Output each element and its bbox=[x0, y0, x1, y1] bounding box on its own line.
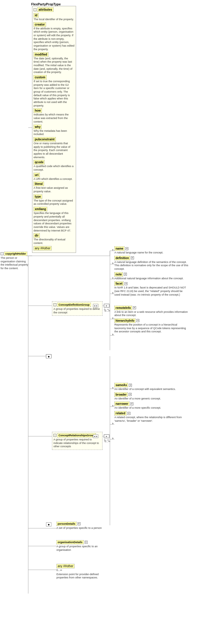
connector-def-left: ◄► bbox=[93, 304, 98, 307]
any-other-bottom-box: any ##other 0...∞ Extension point for pr… bbox=[56, 564, 107, 580]
svg-marker-29 bbox=[112, 317, 114, 319]
attr-how-desc: Indicates by which means the value was e… bbox=[34, 113, 75, 123]
right-remoteinfo-desc: A link to an item or a web resource whic… bbox=[114, 310, 189, 317]
right-narrower-expand[interactable]: + bbox=[130, 402, 133, 405]
attr-literal-label: literal bbox=[34, 182, 44, 186]
diamond-connector-2: ◆ bbox=[46, 522, 51, 526]
attributes-header: - attributes bbox=[34, 7, 75, 12]
org-details-expand[interactable]: + bbox=[85, 541, 88, 544]
attr-modified-desc: The date (and, optionally, the time) whe… bbox=[34, 57, 75, 74]
right-narrower-item: narrower + An identifier of a more speci… bbox=[114, 402, 189, 410]
concept-def-label: ConceptDefinitionGroup bbox=[57, 303, 91, 307]
attributes-box: - attributes id The local identifier of … bbox=[32, 6, 76, 253]
right-definition-item: definition + A natural language definiti… bbox=[114, 256, 189, 271]
right-broader-item: broader + An identifier of a more generi… bbox=[114, 392, 189, 401]
right-broader-expand[interactable]: + bbox=[129, 393, 132, 396]
attr-creator: creator If the attribute is empty, speci… bbox=[34, 22, 75, 51]
attr-custom-label: custom bbox=[34, 75, 47, 80]
right-remoteinfo-expand[interactable]: + bbox=[133, 306, 136, 309]
right-definition-label: definition bbox=[114, 256, 130, 260]
right-sameas-expand[interactable]: + bbox=[129, 384, 132, 387]
attr-dir: dir The directionality of textual conten… bbox=[34, 233, 75, 245]
copyright-holder-label: copyrightHolder bbox=[4, 252, 27, 256]
right-related-label: related bbox=[114, 411, 127, 415]
right-facet-label: facet bbox=[114, 281, 124, 286]
attr-why: why Why the metadata has been included. bbox=[34, 125, 75, 136]
concept-rel-label: ConceptRelationshipsGroup bbox=[57, 433, 96, 437]
right-definition-desc: A natural language definition of the sem… bbox=[114, 261, 189, 271]
right-remoteinfo-item: remoteInfo + A link to an item or a web … bbox=[114, 306, 189, 317]
svg-marker-27 bbox=[112, 277, 114, 279]
attr-uri: uri A URI which identifies a concept. bbox=[34, 173, 75, 181]
attr-how-label: how bbox=[34, 108, 42, 113]
attr-why-desc: Why the metadata has been included. bbox=[34, 129, 75, 136]
right-sameas-item: sameAs + An identifier of a concept with… bbox=[114, 383, 189, 391]
right-sameas-label: sameAs bbox=[114, 383, 128, 387]
copyright-holder-desc: The person or organisation claiming the … bbox=[1, 256, 29, 270]
person-details-box: personDetails + A set of properties spec… bbox=[56, 522, 107, 530]
attr-id-label: id bbox=[34, 13, 39, 18]
right-related-expand[interactable]: + bbox=[127, 412, 130, 415]
attr-pubconstraint-desc: One or many constraints that apply to pu… bbox=[34, 142, 75, 159]
any-other-bottom-range: 0...∞ bbox=[56, 569, 107, 572]
attr-qcode-desc: A qualified code which identifies a conc… bbox=[34, 165, 75, 172]
right-name-expand[interactable]: + bbox=[125, 247, 128, 250]
svg-marker-32 bbox=[112, 405, 114, 407]
attr-id: id The local identifier of the property. bbox=[34, 13, 75, 21]
org-details-label: organisationDetails bbox=[56, 540, 84, 544]
right-hierarchyinfo-desc: Represents the position of a concept in … bbox=[114, 323, 189, 334]
connector-rel-right: ► bbox=[104, 434, 109, 438]
right-hierarchyinfo-expand[interactable]: + bbox=[136, 319, 139, 322]
concept-def-expand[interactable]: - bbox=[53, 303, 56, 306]
diagram-container: ► ◄► 0...∞ ► ◄► 0...∞ ◄► FlexPartyPropTy… bbox=[0, 0, 202, 644]
attr-custom-desc: If set to true the corresponding propert… bbox=[34, 80, 75, 108]
attr-qcode: qcode A qualified code which identifies … bbox=[34, 160, 75, 172]
attr-any-other-label: any ##other bbox=[34, 246, 52, 250]
range-def: 0...∞ bbox=[104, 308, 109, 311]
person-details-desc: A set of properties specific to a person bbox=[56, 526, 107, 530]
attr-id-desc: The local identifier of the property. bbox=[34, 18, 75, 21]
right-broader-desc: An identifier of a more generic concept. bbox=[114, 397, 189, 401]
copyright-expand-icon[interactable]: - bbox=[1, 252, 4, 255]
attr-uri-label: uri bbox=[34, 173, 40, 177]
attr-xmllang: xmllang Specifies the language of this p… bbox=[34, 207, 75, 232]
right-remoteinfo-label: remoteInfo bbox=[114, 306, 132, 310]
attr-how: how Indicates by which means the value w… bbox=[34, 108, 75, 123]
org-details-desc: A group of properties specific to an org… bbox=[56, 545, 107, 552]
right-name-label: name bbox=[114, 246, 124, 251]
right-facet-item: facet + In NAR 1.8 and later, facet is d… bbox=[114, 281, 189, 296]
right-facet-expand[interactable]: + bbox=[124, 282, 127, 285]
right-note-label: note bbox=[114, 272, 123, 277]
right-narrower-desc: An identifier of a more specific concept… bbox=[114, 406, 189, 410]
attr-literal-desc: A free-text value assigned as property v… bbox=[34, 186, 75, 193]
diagram-title: FlexPartyPropType bbox=[31, 2, 61, 6]
right-note-desc: Additional natural language information … bbox=[114, 277, 189, 280]
attributes-label: attributes bbox=[37, 7, 53, 12]
attr-pubconstraint: pubconstraint One or many constraints th… bbox=[34, 137, 75, 159]
concept-rel-expand[interactable]: - bbox=[53, 434, 56, 437]
svg-marker-30 bbox=[112, 334, 114, 335]
expand-icon[interactable]: - bbox=[34, 8, 37, 11]
attr-creator-label: creator bbox=[34, 22, 46, 27]
attr-xmllang-label: xmllang bbox=[34, 207, 47, 211]
right-definition-expand[interactable]: + bbox=[131, 256, 134, 259]
right-sameas-desc: An identifier of a concept with equivale… bbox=[114, 388, 189, 391]
person-details-expand[interactable]: + bbox=[78, 522, 81, 525]
concept-rel-desc: A group of properties required to indica… bbox=[53, 438, 101, 448]
attr-modified-label: modified bbox=[34, 52, 48, 57]
attr-custom: custom If set to true the corresponding … bbox=[34, 75, 75, 108]
attr-uri-desc: A URI which identifies a concept. bbox=[34, 177, 75, 181]
connector-rel-left: ◄► bbox=[93, 434, 98, 438]
svg-marker-34 bbox=[112, 437, 114, 439]
concept-def-desc: A group of properties required to define… bbox=[53, 307, 101, 314]
right-facet-desc: In NAR 1.8 and later, facet is deprecate… bbox=[114, 286, 189, 296]
right-name-desc: A natural language name for the concept. bbox=[114, 251, 189, 255]
right-related-item: related + A related concept, where the r… bbox=[114, 411, 189, 423]
right-note-expand[interactable]: + bbox=[124, 273, 127, 276]
right-related-desc: A related concept, where the relationshi… bbox=[114, 416, 189, 423]
right-hierarchyinfo-item: hierarchyInfo + Represents the position … bbox=[114, 318, 189, 334]
concept-def-group-box: - ConceptDefinitionGroup A group of prop… bbox=[52, 301, 102, 316]
right-narrower-label: narrower bbox=[114, 402, 130, 406]
attr-xmllang-desc: Specifies the language of this property … bbox=[34, 212, 75, 232]
attr-dir-label: dir bbox=[34, 233, 40, 238]
